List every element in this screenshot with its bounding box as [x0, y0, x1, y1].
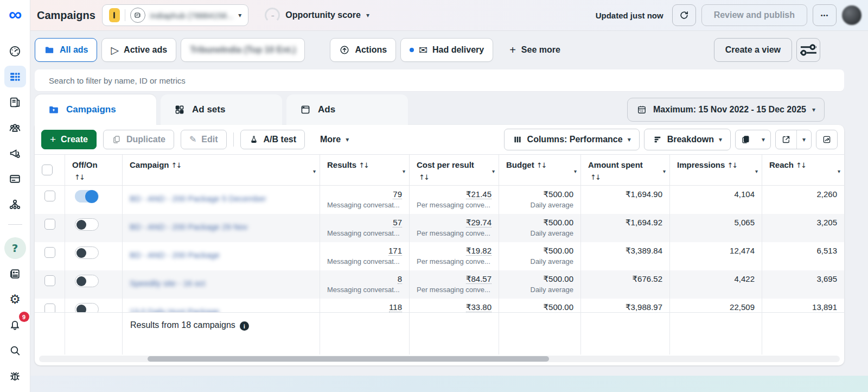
campaign-name-link[interactable]: BD - AND - 200 Package: [130, 250, 312, 260]
filter-chip-active-ads[interactable]: ▷Active ads: [101, 38, 176, 62]
meta-logo-icon[interactable]: ∞: [0, 0, 30, 28]
sort-icon[interactable]: ↑↓: [171, 161, 181, 169]
column-menu-icon[interactable]: ▾: [755, 168, 758, 176]
sort-icon[interactable]: ↑↓: [796, 161, 806, 169]
campaign-toggle[interactable]: [75, 303, 99, 312]
sort-icon[interactable]: ↑↓: [74, 173, 84, 181]
sort-icon[interactable]: ↑↓: [727, 161, 737, 169]
column-menu-icon[interactable]: ▾: [574, 168, 577, 176]
amount-spent-value: ₹3,988.97: [626, 302, 662, 312]
column-header-reach[interactable]: Reach↑↓▾: [762, 155, 844, 185]
more-button[interactable]: More ▾: [317, 130, 352, 149]
sidebar-item-audiences[interactable]: [4, 117, 26, 138]
filter-chip-all-ads[interactable]: All ads: [35, 38, 97, 62]
sort-icon[interactable]: ↑↓: [419, 173, 429, 181]
column-header-results[interactable]: Results↑↓▾: [320, 155, 410, 185]
sidebar-item-search[interactable]: [4, 339, 26, 361]
reports-button[interactable]: [736, 130, 756, 149]
export-caret-button[interactable]: ▾: [797, 130, 811, 149]
tab-ad-sets[interactable]: Ad sets: [161, 94, 282, 125]
impressions-cell: 4,104: [670, 186, 762, 214]
column-menu-icon[interactable]: ▾: [492, 168, 495, 176]
sidebar-item-help[interactable]: ?: [4, 237, 26, 259]
column-menu-icon[interactable]: ▾: [313, 168, 316, 176]
row-checkbox[interactable]: [44, 191, 55, 201]
see-more-button[interactable]: + See more: [509, 44, 560, 56]
row-checkbox[interactable]: [44, 219, 55, 230]
view-charts-button[interactable]: [816, 130, 837, 149]
ab-test-button[interactable]: A/B test: [240, 130, 305, 149]
sidebar-item-reporting[interactable]: [4, 263, 26, 284]
column-header-off-on[interactable]: Off/On↑↓: [65, 155, 123, 185]
create-a-view-button[interactable]: Create a view: [714, 38, 792, 62]
results-value[interactable]: 79: [393, 189, 402, 199]
tab-ads[interactable]: Ads: [286, 94, 408, 125]
column-header-amount-spent[interactable]: Amount spent↑↓▾: [581, 155, 670, 185]
info-icon[interactable]: i: [240, 321, 249, 331]
column-header-cost-per-result[interactable]: Cost per result↑↓▾: [410, 155, 499, 185]
duplicate-button[interactable]: Duplicate: [103, 130, 174, 149]
campaign-name-link[interactable]: BD - AND - 200 Package 29 Nov: [130, 222, 312, 231]
column-menu-icon[interactable]: ▾: [403, 168, 405, 176]
row-checkbox[interactable]: [44, 275, 55, 286]
cost-per-result-value[interactable]: ₹21.45: [466, 189, 492, 199]
row-checkbox[interactable]: [44, 304, 55, 312]
tab-campaigns[interactable]: Campaigns: [35, 94, 156, 125]
sort-icon[interactable]: ↑↓: [359, 161, 368, 169]
campaign-toggle[interactable]: [75, 218, 99, 231]
search-input[interactable]: [35, 69, 844, 91]
cost-per-result-value[interactable]: ₹84.57: [466, 274, 492, 284]
select-all-checkbox[interactable]: [42, 165, 53, 175]
cost-per-result-value[interactable]: ₹33.80: [466, 302, 492, 312]
sort-icon[interactable]: ↑↓: [537, 161, 546, 169]
sidebar-item-assets[interactable]: [4, 193, 26, 215]
create-button[interactable]: + Create: [41, 130, 97, 149]
sidebar-item-campaigns[interactable]: [4, 66, 26, 87]
cost-per-result-value[interactable]: ₹19.82: [466, 246, 492, 256]
cost-per-result-value[interactable]: ₹29.74: [466, 218, 492, 227]
scrollbar-thumb[interactable]: [148, 356, 549, 362]
breakdown-button[interactable]: Breakdown ▾: [644, 129, 731, 150]
sidebar-item-settings[interactable]: ⚙: [4, 288, 26, 310]
sidebar-item-pages[interactable]: [4, 91, 26, 113]
column-menu-icon[interactable]: ▾: [838, 168, 840, 176]
account-selector[interactable]: indiaphub (78884158... ▾: [102, 4, 249, 26]
export-icon: [781, 135, 791, 144]
edit-button[interactable]: ✎ Edit: [181, 130, 227, 149]
campaign-toggle[interactable]: [75, 275, 99, 287]
results-value[interactable]: 118: [389, 302, 402, 312]
campaign-toggle[interactable]: [75, 190, 99, 203]
campaign-name-link[interactable]: BD - AND - 200 Package 5 December: [130, 194, 312, 203]
export-button[interactable]: [776, 130, 796, 149]
opportunity-score[interactable]: -- Opportunity score ▾: [265, 8, 369, 23]
reports-caret-button[interactable]: ▾: [756, 130, 770, 149]
sidebar-item-bugreport[interactable]: [4, 365, 26, 387]
sidebar-item-notifications[interactable]: 9: [4, 314, 26, 336]
sidebar-item-billing[interactable]: [4, 168, 26, 189]
sort-icon[interactable]: ↑↓: [590, 173, 600, 181]
horizontal-scrollbar[interactable]: [39, 356, 840, 362]
row-checkbox[interactable]: [44, 247, 55, 258]
columns-button[interactable]: Columns: Performance ▾: [504, 129, 640, 150]
sidebar-item-overview[interactable]: [4, 40, 26, 62]
review-and-publish-button[interactable]: Review and publish: [701, 4, 807, 26]
avatar[interactable]: [842, 5, 861, 25]
results-value[interactable]: 57: [393, 218, 402, 227]
filter-chip-had-delivery[interactable]: ✉Had delivery: [400, 38, 493, 62]
column-header-campaign[interactable]: Campaign↑↓▾: [123, 155, 320, 185]
campaign-toggle[interactable]: [75, 246, 99, 259]
filter-settings-button[interactable]: [796, 38, 820, 62]
filter-chip-actions[interactable]: Actions: [330, 38, 396, 62]
column-header-impressions[interactable]: Impressions↑↓▾: [670, 155, 762, 185]
column-menu-icon[interactable]: ▾: [663, 168, 666, 176]
campaign-name-link[interactable]: Speedily site - 16 oct: [130, 279, 312, 288]
campaign-name-link[interactable]: 13.0 Daily Hunt Package: [130, 307, 312, 312]
sidebar-item-advertise[interactable]: [4, 142, 26, 164]
more-options-button[interactable]: •••: [813, 4, 837, 26]
column-header-budget[interactable]: Budget↑↓▾: [499, 155, 581, 185]
results-value[interactable]: 8: [398, 274, 402, 284]
results-value[interactable]: 171: [388, 246, 402, 256]
date-range-selector[interactable]: Maximum: 15 Nov 2022 - 15 Dec 2025 ▾: [627, 98, 825, 122]
refresh-button[interactable]: [672, 4, 696, 26]
filter-chip-tribuneindia-top-10-ent[interactable]: TribuneIndia (Top 10 Ent.): [181, 38, 305, 62]
